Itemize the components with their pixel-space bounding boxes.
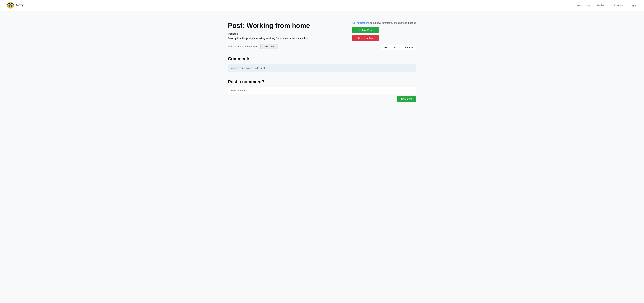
brand-name: Nozy <box>16 3 24 7</box>
post-comment-title: Post a comment? <box>228 79 416 84</box>
comments-title: Comments <box>228 56 416 61</box>
no-comments-message: no comments posted under post <box>231 67 265 70</box>
comments-box: no comments posted under post <box>228 64 416 72</box>
follow-post-button[interactable]: Follow Post <box>352 27 379 33</box>
like-post-button[interactable]: Like post <box>400 45 416 50</box>
post-comment-section: Post a comment? Comment <box>228 79 416 102</box>
brand-logo-icon: 🥸 <box>7 2 14 8</box>
navbar-brand[interactable]: 🥸 Nozy <box>7 2 24 8</box>
right-panel: Get notifications about new comments, an… <box>352 22 416 50</box>
comment-input[interactable] <box>228 87 416 94</box>
navbar-link-profile[interactable]: Profile <box>596 4 604 7</box>
submit-comment-button[interactable]: Comment <box>397 96 416 102</box>
rating-buttons: Dislike post Like post <box>352 45 416 50</box>
dislike-post-button[interactable]: Dislike post <box>381 45 399 50</box>
goto-user-button[interactable]: Go to user <box>260 44 278 50</box>
navbar-links: Search Nozy Profile Notifications Logout <box>576 4 637 7</box>
notification-hint: Get notifications about new comments, an… <box>352 22 416 24</box>
navbar-link-search[interactable]: Search Nozy <box>576 4 590 7</box>
poster-label: Visit the profile of the poster <box>228 45 257 48</box>
navbar-link-notifications[interactable]: Notifications <box>610 4 624 7</box>
poster-row: Visit the profile of the poster Go to us… <box>228 44 346 50</box>
unfollow-post-button[interactable]: Unfollow Post <box>352 35 379 41</box>
main-content: Get notifications about new comments, an… <box>221 12 423 119</box>
notification-hint-link: notifications <box>357 22 369 24</box>
navbar: 🥸 Nozy Search Nozy Profile Notifications… <box>0 0 644 11</box>
navbar-link-logout[interactable]: Logout <box>630 4 637 7</box>
comments-section: Comments no comments posted under post <box>228 56 416 72</box>
